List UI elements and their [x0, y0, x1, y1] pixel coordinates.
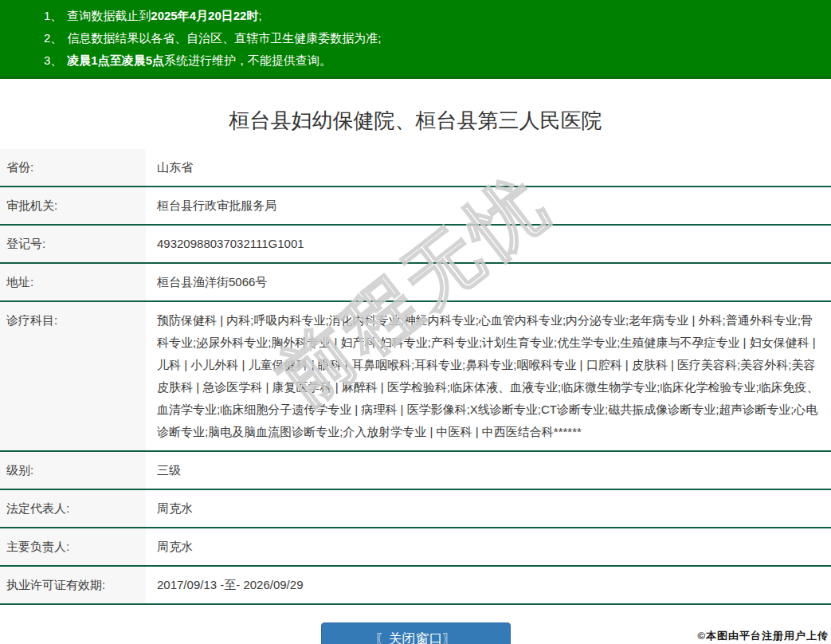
table-row: 级别:三级 [0, 452, 831, 490]
notice-item: 2、信息数据结果以各省、自治区、直辖市卫生健康委数据为准; [44, 27, 823, 49]
notice-item-text: 信息数据结果以各省、自治区、直辖市卫生健康委数据为准; [67, 31, 381, 45]
table-row: 主要负责人:周克水 [0, 528, 831, 567]
table-row: 登记号:49320988037032111G1001 [0, 226, 831, 264]
notice-item-text: 2025年4月20日22时 [151, 9, 258, 22]
upload-stamp: ©本图由平台注册用户上传 [697, 629, 829, 643]
row-label: 地址: [0, 264, 146, 300]
table-row: 地址:桓台县渔洋街5066号 [0, 264, 831, 302]
notice-item: 3、凌晨1点至凌晨5点系统进行维护，不能提供查询。 [44, 49, 823, 72]
row-value: 山东省 [146, 149, 831, 186]
notice-item-number: 3、 [44, 53, 62, 67]
notice-item-number: 1、 [44, 9, 62, 22]
table-row: 省份:山东省 [0, 149, 831, 187]
notice-list: 1、查询数据截止到2025年4月20日22时;2、信息数据结果以各省、自治区、直… [44, 5, 823, 72]
notice-item-text: ; [258, 9, 261, 22]
row-value: 周克水 [146, 528, 831, 565]
row-value: 三级 [146, 452, 831, 489]
row-value: 49320988037032111G1001 [146, 226, 831, 262]
notice-item-text: 凌晨1点至凌晨5点 [67, 53, 164, 67]
row-label: 主要负责人: [0, 528, 146, 565]
notice-item-text: 查询数据截止到 [67, 9, 151, 22]
row-value: 周克水 [146, 490, 831, 527]
notice-item-number: 2、 [44, 31, 62, 45]
notice-item: 1、查询数据截止到2025年4月20日22时; [44, 5, 823, 27]
row-label: 诊疗科目: [0, 302, 146, 450]
row-label: 审批机关: [0, 187, 146, 224]
row-label: 执业许可证有效期: [0, 567, 146, 603]
row-value: 2017/09/13 -至- 2026/09/29 [146, 567, 831, 603]
row-value: 桓台县行政审批服务局 [146, 187, 831, 224]
table-row: 法定代表人:周克水 [0, 490, 831, 528]
notice-banner: 1、查询数据截止到2025年4月20日22时;2、信息数据结果以各省、自治区、直… [0, 0, 831, 79]
row-label: 省份: [0, 149, 146, 186]
notice-item-text: 系统进行维护，不能提供查询。 [164, 53, 331, 67]
table-row: 诊疗科目:预防保健科 | 内科;呼吸内科专业;消化内科专业;神经内科专业;心血管… [0, 302, 831, 452]
details-table: 省份:山东省审批机关:桓台县行政审批服务局登记号:493209880370321… [0, 149, 831, 605]
page-title: 桓台县妇幼保健院、桓台县第三人民医院 [0, 106, 831, 135]
row-value: 预防保健科 | 内科;呼吸内科专业;消化内科专业;神经内科专业;心血管内科专业;… [146, 302, 831, 450]
table-row: 执业许可证有效期:2017/09/13 -至- 2026/09/29 [0, 567, 831, 605]
table-row: 审批机关:桓台县行政审批服务局 [0, 187, 831, 226]
row-label: 登记号: [0, 226, 146, 262]
row-label: 级别: [0, 452, 146, 489]
row-value: 桓台县渔洋街5066号 [146, 264, 831, 300]
row-label: 法定代表人: [0, 490, 146, 527]
close-window-button[interactable]: 〖关闭窗口〗 [321, 622, 511, 644]
